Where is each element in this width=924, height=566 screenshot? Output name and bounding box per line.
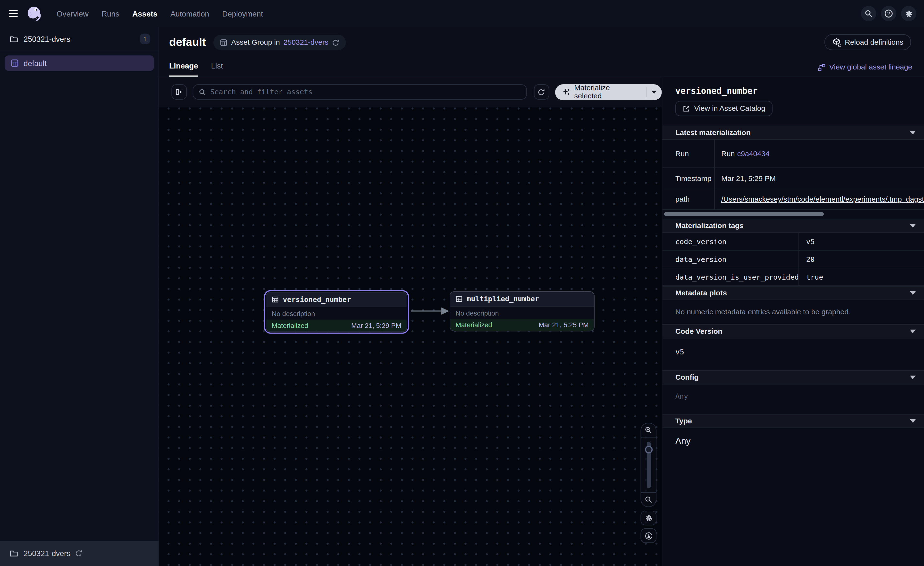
dagster-logo[interactable]	[25, 5, 44, 23]
search-button[interactable]	[861, 6, 876, 21]
tag-value: v5	[799, 233, 924, 251]
sidebar-item-default[interactable]: default	[4, 56, 154, 71]
metadata-plots-empty-text: No numeric metadata entries available to…	[662, 300, 924, 324]
row-key: Timestamp	[662, 168, 715, 189]
section-materialization-tags[interactable]: Materialization tags	[662, 219, 924, 233]
graph-settings-button[interactable]	[640, 510, 657, 525]
zoom-out-button[interactable]	[641, 492, 656, 506]
section-latest-materialization[interactable]: Latest materialization	[662, 126, 924, 140]
materialize-split-button: Materialize selected	[555, 84, 662, 100]
nav-item-assets[interactable]: Assets	[132, 9, 158, 18]
run-id-link[interactable]: c9a40434	[737, 149, 770, 158]
nav-item-overview[interactable]: Overview	[57, 9, 88, 18]
tag-value: true	[799, 268, 924, 286]
tag-key: data_version_is_user_provided	[662, 268, 799, 286]
folder-icon	[9, 549, 18, 558]
asset-node-status: Materialized	[456, 321, 492, 328]
asset-group-badge-link[interactable]: 250321-dvers	[284, 38, 328, 47]
asset-node-name: versioned_number	[283, 295, 351, 304]
search-icon	[199, 88, 206, 96]
materialize-dropdown-button[interactable]	[646, 87, 662, 97]
asset-node-versioned-number[interactable]: versioned_number No description Material…	[264, 290, 409, 334]
download-icon	[644, 531, 652, 540]
search-icon	[864, 9, 873, 18]
section-metadata-plots[interactable]: Metadata plots	[662, 286, 924, 300]
tag-key: code_version	[662, 233, 799, 251]
asset-node-description: No description	[450, 307, 594, 319]
section-code-version[interactable]: Code Version	[662, 324, 924, 339]
zoom-out-icon	[645, 496, 652, 504]
sidebar-divider	[0, 51, 159, 51]
asset-node-multiplied-number[interactable]: multiplied_number No description Materia…	[450, 291, 594, 331]
svg-text:?: ?	[887, 11, 890, 16]
lineage-graph-canvas[interactable]: versioned_number No description Material…	[159, 107, 662, 566]
table-icon	[456, 295, 462, 303]
chevron-down-icon	[910, 419, 916, 423]
panel-asset-title: versioned_number	[662, 77, 924, 95]
latest-materialization-table: Run Run c9a40434 Timestamp Mar 21, 5:29 …	[662, 140, 924, 210]
refresh-icon[interactable]	[332, 39, 340, 47]
tag-key: data_version	[662, 251, 799, 268]
asset-group-icon	[10, 59, 19, 67]
tab-lineage[interactable]: Lineage	[169, 61, 198, 77]
asset-group-icon	[220, 39, 228, 47]
sidebar-group-label: 250321-dvers	[24, 35, 70, 43]
page-title: default	[169, 36, 206, 49]
view-global-asset-lineage-link[interactable]: View global asset lineage	[818, 63, 912, 71]
zoom-in-button[interactable]	[641, 423, 656, 438]
section-label: Code Version	[675, 327, 723, 336]
section-config[interactable]: Config	[662, 370, 924, 384]
tab-list[interactable]: List	[211, 61, 223, 77]
top-nav: Overview Runs Assets Automation Deployme…	[0, 0, 924, 27]
footer-refresh-button[interactable]	[75, 549, 82, 557]
panel-horizontal-scrollbar[interactable]	[664, 212, 824, 216]
view-in-asset-catalog-label: View in Asset Catalog	[694, 104, 765, 113]
download-graph-button[interactable]	[640, 528, 657, 543]
asset-search-box	[192, 84, 526, 99]
zoom-slider-handle[interactable]	[645, 446, 652, 453]
path-link[interactable]: /Users/smackesey/stm/code/elementl/exper…	[721, 195, 924, 203]
open-panel-button[interactable]	[171, 84, 187, 99]
nav-item-runs[interactable]: Runs	[102, 9, 120, 18]
section-type[interactable]: Type	[662, 414, 924, 428]
gear-icon	[904, 9, 913, 18]
refresh-icon	[537, 88, 545, 96]
chevron-down-icon	[910, 291, 916, 295]
settings-button[interactable]	[901, 6, 916, 21]
reload-definitions-icon	[832, 38, 840, 47]
code-version-value: v5	[662, 339, 924, 370]
nav-links: Overview Runs Assets Automation Deployme…	[57, 9, 263, 18]
gear-icon	[644, 514, 652, 522]
search-input[interactable]	[210, 88, 521, 96]
nav-item-deployment[interactable]: Deployment	[222, 9, 263, 18]
tag-value: 20	[799, 251, 924, 268]
section-label: Materialization tags	[675, 222, 744, 230]
type-value: Any	[662, 428, 924, 446]
nav-item-automation[interactable]: Automation	[170, 9, 209, 18]
external-link-icon	[682, 105, 690, 113]
materialize-selected-button[interactable]: Materialize selected	[555, 84, 646, 100]
asset-node-description: No description	[266, 307, 406, 320]
section-label: Type	[675, 417, 692, 425]
help-icon: ?	[884, 9, 893, 18]
section-label: Latest materialization	[675, 128, 751, 137]
run-value-prefix: Run	[721, 149, 735, 158]
lineage-toolbar: Materialize selected	[159, 77, 662, 107]
chevron-down-icon	[910, 131, 916, 135]
refresh-graph-button[interactable]	[534, 84, 549, 99]
sidebar-item-label: default	[24, 59, 46, 68]
reload-definitions-button[interactable]: Reload definitions	[824, 34, 911, 50]
chevron-down-icon	[910, 224, 916, 227]
lineage-graph-icon	[818, 63, 826, 71]
menu-icon[interactable]	[9, 10, 18, 17]
view-in-asset-catalog-button[interactable]: View in Asset Catalog	[675, 101, 772, 116]
app-window: Overview Runs Assets Automation Deployme…	[0, 0, 924, 566]
help-button[interactable]: ?	[881, 6, 896, 21]
materialization-tags-table: code_version v5 data_version 20 data_ver…	[662, 233, 924, 286]
folder-icon	[9, 35, 18, 43]
sidebar-group-row[interactable]: 250321-dvers 1	[0, 27, 159, 51]
row-key: Run	[662, 140, 715, 168]
asset-group-badge: Asset Group in 250321-dvers	[213, 35, 346, 50]
materialize-selected-label: Materialize selected	[574, 84, 639, 100]
asset-node-timestamp: Mar 21, 5:25 PM	[539, 321, 589, 328]
